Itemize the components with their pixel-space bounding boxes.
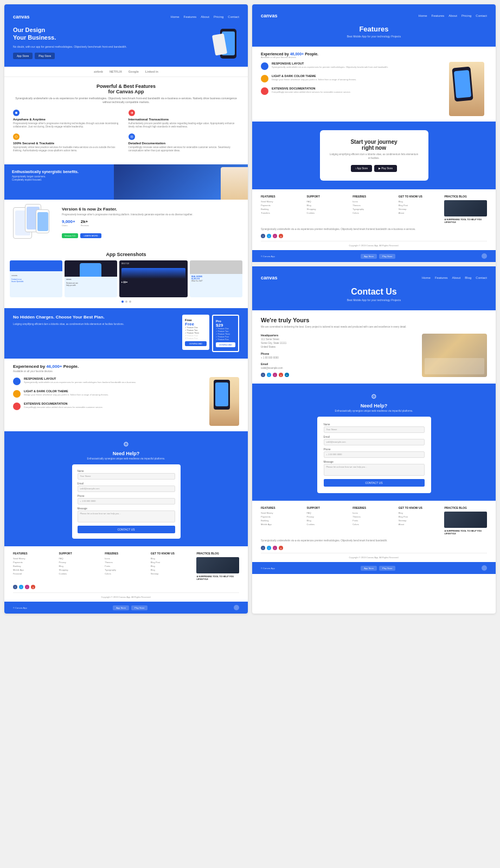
footer-link-blog3[interactable]: Blog bbox=[151, 565, 194, 567]
features-nav-features[interactable]: Features bbox=[432, 14, 445, 17]
contact-social-facebook[interactable]: f bbox=[261, 373, 265, 377]
features-social-facebook[interactable]: f bbox=[261, 234, 265, 238]
footer-link-financial[interactable]: Financial bbox=[13, 572, 56, 575]
ff-freebies-1[interactable]: Icons bbox=[352, 200, 395, 203]
contact-footer-facebook[interactable]: f bbox=[261, 546, 265, 550]
footer-link-fonts[interactable]: Fonts bbox=[105, 565, 148, 567]
contact-nav-about[interactable]: About bbox=[452, 276, 461, 279]
ff-link-1[interactable]: Send Money bbox=[261, 200, 304, 203]
footer-link-colors[interactable]: Colors bbox=[105, 572, 148, 575]
ff-link-2[interactable]: Payments bbox=[261, 204, 304, 207]
nav-about[interactable]: About bbox=[201, 15, 209, 18]
social-facebook[interactable]: f bbox=[13, 585, 17, 589]
features-nav-about[interactable]: About bbox=[448, 14, 457, 17]
journey-appstore-btn[interactable]:  App Store bbox=[351, 165, 372, 172]
features-nav-home[interactable]: Home bbox=[419, 14, 427, 17]
contact-nav-features[interactable]: Features bbox=[435, 276, 448, 279]
features-social-google[interactable]: g bbox=[279, 234, 283, 238]
cf-link-mobile[interactable]: Mobile App bbox=[261, 523, 304, 526]
features-playstore-btn[interactable]: Play Store bbox=[379, 254, 395, 259]
ff-support-3[interactable]: Shopping bbox=[307, 208, 350, 210]
contact-footer-google[interactable]: g bbox=[279, 546, 283, 550]
ff-support-2[interactable]: Blog bbox=[307, 204, 350, 207]
plan-pro-btn[interactable]: DOWNLOAD bbox=[216, 342, 235, 347]
footer-link-mobile[interactable]: Mobile App bbox=[13, 569, 56, 571]
ff-know-2[interactable]: Blog Post bbox=[399, 204, 441, 207]
cf-know-blog[interactable]: Blog bbox=[399, 512, 441, 514]
footer-link-payments[interactable]: Payments bbox=[13, 561, 56, 564]
form-email-input[interactable]: valid@example.com bbox=[78, 486, 175, 492]
cf-freebies-themes[interactable]: Themes bbox=[352, 515, 395, 518]
features-appstore-btn[interactable]: App Store bbox=[361, 254, 377, 259]
form-message-input[interactable]: Please let us know how we can help you..… bbox=[78, 510, 175, 522]
contact-scroll-top-btn[interactable] bbox=[482, 565, 487, 571]
footer-link-shopping[interactable]: Shopping bbox=[59, 569, 102, 571]
contact-social-twitter[interactable]: t bbox=[267, 373, 271, 377]
footer-appstore-btn[interactable]: App Store bbox=[113, 605, 129, 610]
nav-features[interactable]: Features bbox=[184, 15, 197, 18]
contact-footer-instagram[interactable]: i bbox=[273, 546, 277, 550]
scroll-to-top-btn[interactable] bbox=[234, 605, 239, 610]
footer-link-blog2[interactable]: Blog bbox=[151, 557, 194, 560]
cf-link-sendmoney[interactable]: Send Money bbox=[261, 512, 304, 514]
footer-link-blog4[interactable]: Blog bbox=[151, 569, 194, 571]
contact-form-message-input[interactable]: Please let us know how we can help you..… bbox=[324, 464, 425, 476]
learn-more-btn[interactable]: LEARN MORE bbox=[80, 233, 101, 238]
contact-playstore-btn[interactable]: Play Store bbox=[379, 566, 395, 571]
contact-nav-home[interactable]: Home bbox=[422, 276, 431, 279]
contact-footer-twitter[interactable]: t bbox=[267, 546, 271, 550]
footer-link-privacy[interactable]: Privacy bbox=[59, 561, 102, 564]
footer-link-sitemap[interactable]: Sitemap bbox=[151, 572, 194, 575]
ff-know-4[interactable]: About bbox=[399, 212, 441, 214]
ff-link-3[interactable]: Banking bbox=[261, 208, 304, 210]
ff-know-1[interactable]: Blog bbox=[399, 200, 441, 203]
contact-form-phone-input[interactable]: + 1 00 000 0000 bbox=[324, 451, 425, 458]
cf-support-faq[interactable]: FAQ bbox=[307, 512, 350, 514]
app-store-btn[interactable]: App Store bbox=[13, 53, 33, 59]
nav-pricing[interactable]: Pricing bbox=[214, 15, 223, 18]
footer-link-themes[interactable]: Themes bbox=[105, 561, 148, 564]
contact-social-google[interactable]: g bbox=[279, 373, 283, 377]
features-scroll-top-btn[interactable] bbox=[482, 253, 487, 259]
footer-link-sendmoney[interactable]: Send Money bbox=[13, 557, 56, 560]
features-nav-contact[interactable]: Contact bbox=[476, 14, 487, 17]
nav-home[interactable]: Home bbox=[171, 15, 180, 18]
footer-link-faq[interactable]: FAQ bbox=[59, 557, 102, 560]
ff-link-4[interactable]: Transfers bbox=[261, 212, 304, 214]
footer-link-typography[interactable]: Typography bbox=[105, 569, 148, 571]
journey-playstore-btn[interactable]: ▶ Play Store bbox=[374, 165, 397, 172]
social-google[interactable]: g bbox=[31, 585, 35, 589]
cf-link-banking[interactable]: Banking bbox=[261, 519, 304, 522]
social-twitter[interactable]: t bbox=[19, 585, 23, 589]
contact-form-email-input[interactable]: valid@example.com bbox=[324, 439, 425, 445]
ff-freebies-2[interactable]: Themes bbox=[352, 204, 395, 207]
ff-know-3[interactable]: Sitemap bbox=[399, 208, 441, 210]
nav-contact[interactable]: Contact bbox=[228, 15, 239, 18]
ff-freebies-4[interactable]: Colors bbox=[352, 212, 395, 214]
cf-support-privacy[interactable]: Privacy bbox=[307, 515, 350, 518]
cf-freebies-colors[interactable]: Colors bbox=[352, 523, 395, 526]
ff-support-1[interactable]: FAQ bbox=[307, 200, 350, 203]
plan-free-btn[interactable]: DOWNLOAD bbox=[185, 341, 207, 346]
features-social-twitter[interactable]: t bbox=[267, 234, 271, 238]
contact-social-instagram[interactable]: i bbox=[273, 373, 277, 377]
cf-freebies-icons[interactable]: Icons bbox=[352, 512, 395, 514]
features-social-instagram[interactable]: i bbox=[273, 234, 277, 238]
features-nav-pricing[interactable]: Pricing bbox=[461, 14, 471, 17]
contact-nav-contact[interactable]: Contact bbox=[476, 276, 487, 279]
form-name-input[interactable]: Your Name bbox=[78, 473, 175, 480]
contact-appstore-btn[interactable]: App Store bbox=[361, 566, 377, 571]
form-submit-btn[interactable]: CONTACT US bbox=[78, 526, 175, 533]
cf-link-payments[interactable]: Payments bbox=[261, 515, 304, 518]
contact-social-linkedin[interactable]: in bbox=[285, 373, 289, 377]
cf-know-sitemap[interactable]: Sitemap bbox=[399, 519, 441, 522]
play-store-btn[interactable]: Play Store bbox=[35, 53, 55, 59]
footer-playstore-btn[interactable]: Play Store bbox=[131, 605, 148, 610]
contact-nav-blog[interactable]: Blog bbox=[465, 276, 471, 279]
social-instagram[interactable]: i bbox=[25, 585, 29, 589]
ff-freebies-3[interactable]: Typography bbox=[352, 208, 395, 210]
contact-form-name-input[interactable]: Your Name bbox=[324, 426, 425, 433]
footer-link-banking[interactable]: Banking bbox=[13, 565, 56, 567]
footer-link-blog[interactable]: Blog bbox=[59, 565, 102, 567]
contact-form-submit-btn[interactable]: CONTACT US bbox=[324, 479, 425, 487]
